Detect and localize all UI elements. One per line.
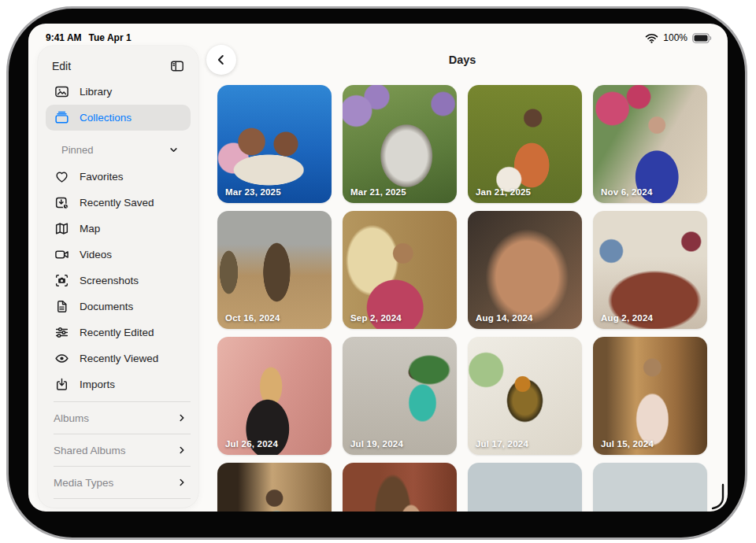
- eye-icon: [54, 350, 70, 367]
- photo-date-label: Jul 26, 2024: [225, 439, 278, 449]
- sidebar-item-label: Screenshots: [80, 275, 139, 286]
- photo-date-label: Aug 14, 2024: [476, 313, 533, 323]
- sidebar-item-imports[interactable]: Imports: [46, 371, 191, 397]
- photo-tile[interactable]: Sep 2, 2024: [343, 211, 457, 329]
- divider: [54, 498, 191, 499]
- photo-tile[interactable]: Mar 21, 2025: [343, 85, 457, 203]
- edit-button[interactable]: Edit: [52, 60, 71, 72]
- corner-curl-decoration: [710, 483, 728, 512]
- status-time: 9:41 AM: [46, 32, 82, 43]
- photo-tile[interactable]: [343, 463, 457, 512]
- sidebar-item-shared-albums[interactable]: Shared Albums: [38, 434, 198, 466]
- photo-date-label: Jul 19, 2024: [350, 439, 403, 449]
- sidebar-item-recently-viewed[interactable]: Recently Viewed: [46, 345, 191, 371]
- photo-date-label: Jul 17, 2024: [476, 439, 528, 449]
- photo-tile[interactable]: Jul 26, 2024: [217, 337, 332, 455]
- photo-tile[interactable]: Jul 15, 2024: [593, 337, 707, 455]
- screenshot-stage: 9:41 AM Tue Apr 1 100%: [0, 0, 756, 543]
- sidebar-item-favorites[interactable]: Favorites: [46, 164, 191, 190]
- battery-percent: 100%: [663, 32, 687, 43]
- sidebar-item-label: Documents: [80, 301, 133, 312]
- photo-tile[interactable]: [217, 463, 332, 512]
- photo-tile[interactable]: Oct 16, 2024: [217, 211, 332, 329]
- screenshots-icon: [54, 272, 70, 289]
- sidebar-item-label: Recently Edited: [80, 327, 154, 338]
- chevron-down-icon: [168, 144, 180, 156]
- recently-saved-icon: [54, 194, 70, 211]
- video-camera-icon: [54, 246, 70, 263]
- pinned-section-label: Pinned: [61, 144, 93, 156]
- chevron-right-icon: [176, 445, 187, 456]
- photo-tile[interactable]: Jul 19, 2024: [343, 337, 457, 455]
- photo-date-label: Aug 2, 2024: [601, 313, 653, 323]
- photo-date-label: Sep 2, 2024: [350, 313, 402, 323]
- photo-date-label: Mar 23, 2025: [225, 187, 281, 197]
- photo-tile[interactable]: [468, 463, 582, 512]
- sidebar-item-label: Collections: [80, 112, 132, 124]
- photo-date-label: Nov 6, 2024: [601, 187, 653, 197]
- sidebar-item-documents[interactable]: Documents: [46, 294, 191, 320]
- sidebar-item-media-types[interactable]: Media Types: [38, 467, 198, 498]
- photo-tile[interactable]: Mar 23, 2025: [217, 85, 332, 203]
- sidebar-header: Edit: [38, 46, 198, 79]
- sidebar-toggle-button[interactable]: [169, 58, 186, 74]
- sidebar-item-label: Favorites: [80, 171, 124, 183]
- chevron-right-icon: [176, 412, 187, 423]
- sidebar-item-map[interactable]: Map: [46, 216, 191, 242]
- sidebar-item-label: Recently Saved: [80, 197, 154, 209]
- photo-tile[interactable]: [593, 463, 707, 512]
- collections-icon: [54, 109, 70, 126]
- photos-library-icon: [54, 83, 70, 100]
- sidebar-item-label: Shared Albums: [54, 445, 126, 456]
- sidebar-item-label: Albums: [54, 412, 89, 424]
- sidebar-item-label: Library: [80, 86, 112, 98]
- sidebar-item-label: Imports: [80, 379, 115, 390]
- sidebar-item-screenshots[interactable]: Screenshots: [46, 268, 191, 294]
- photo-date-label: Jan 21, 2025: [476, 187, 531, 197]
- days-photo-grid: Mar 23, 2025 Mar 21, 2025 Jan 21, 2025 N…: [217, 85, 707, 512]
- photo-tile[interactable]: Jul 17, 2024: [468, 337, 582, 455]
- sidebar-item-label: Recently Viewed: [80, 353, 158, 364]
- ipad-screen: 9:41 AM Tue Apr 1 100%: [28, 24, 728, 512]
- heart-icon: [54, 168, 70, 185]
- status-bar: 9:41 AM Tue Apr 1 100%: [28, 24, 728, 47]
- photo-date-label: Mar 21, 2025: [350, 187, 406, 197]
- sidebar-section-pinned[interactable]: Pinned: [46, 140, 191, 159]
- sidebar-item-recently-saved[interactable]: Recently Saved: [46, 190, 191, 216]
- photo-date-label: Jul 15, 2024: [601, 439, 654, 449]
- sidebar-item-collections[interactable]: Collections: [46, 105, 191, 131]
- sidebar-item-recently-edited[interactable]: Recently Edited: [46, 320, 191, 345]
- sidebar-item-label: Videos: [80, 249, 112, 260]
- chevron-right-icon: [176, 477, 187, 488]
- sidebar-item-albums[interactable]: Albums: [38, 402, 198, 434]
- photo-tile[interactable]: Aug 14, 2024: [468, 211, 582, 329]
- import-icon: [54, 376, 70, 393]
- photo-tile[interactable]: Aug 2, 2024: [593, 211, 707, 329]
- document-icon: [54, 298, 70, 315]
- photo-tile[interactable]: Jan 21, 2025: [468, 85, 582, 203]
- photo-date-label: Oct 16, 2024: [225, 313, 280, 323]
- ipad-device-frame: 9:41 AM Tue Apr 1 100%: [6, 6, 747, 540]
- sidebar-item-library[interactable]: Library: [46, 79, 191, 105]
- sidebar-item-label: Media Types: [54, 477, 113, 489]
- map-icon: [54, 220, 70, 237]
- sidebar-item-videos[interactable]: Videos: [46, 242, 191, 268]
- battery-icon: [692, 33, 712, 43]
- page-title: Days: [217, 54, 707, 66]
- sliders-icon: [54, 324, 70, 341]
- sidebar-nav: Library Collections Pin: [38, 79, 198, 397]
- sidebar-footer: Albums Shared Albums Media T: [38, 401, 198, 499]
- sidebar: Edit: [38, 46, 198, 508]
- wifi-icon: [645, 33, 658, 43]
- photo-tile[interactable]: Nov 6, 2024: [593, 85, 707, 203]
- sidebar-item-label: Map: [80, 223, 100, 235]
- status-date: Tue Apr 1: [89, 32, 132, 43]
